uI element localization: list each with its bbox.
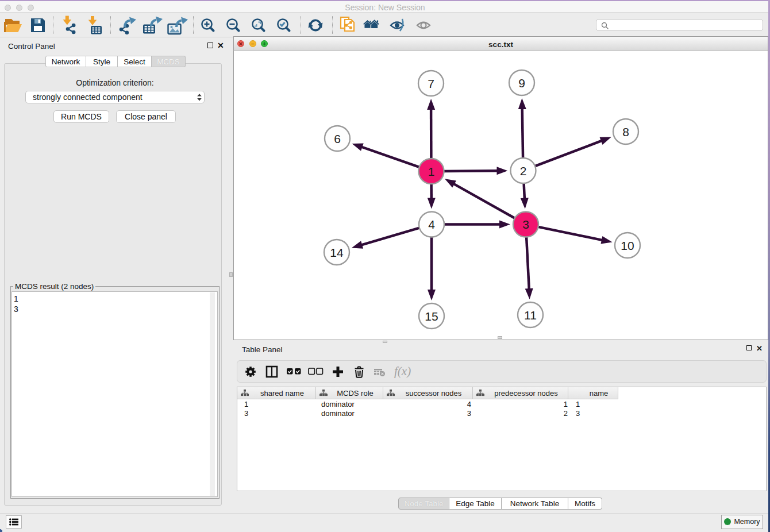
svg-text:15: 15	[425, 310, 438, 323]
svg-text:8: 8	[622, 125, 629, 138]
svg-text:1: 1	[428, 165, 435, 178]
svg-text:6: 6	[334, 132, 341, 145]
svg-text:4: 4	[428, 218, 435, 231]
svg-text:14: 14	[330, 246, 344, 259]
svg-text:10: 10	[621, 239, 634, 252]
svg-text:9: 9	[518, 76, 525, 90]
svg-text:3: 3	[522, 218, 529, 231]
svg-text:2: 2	[520, 164, 527, 178]
svg-text:11: 11	[524, 309, 537, 322]
svg-text:7: 7	[428, 77, 434, 90]
